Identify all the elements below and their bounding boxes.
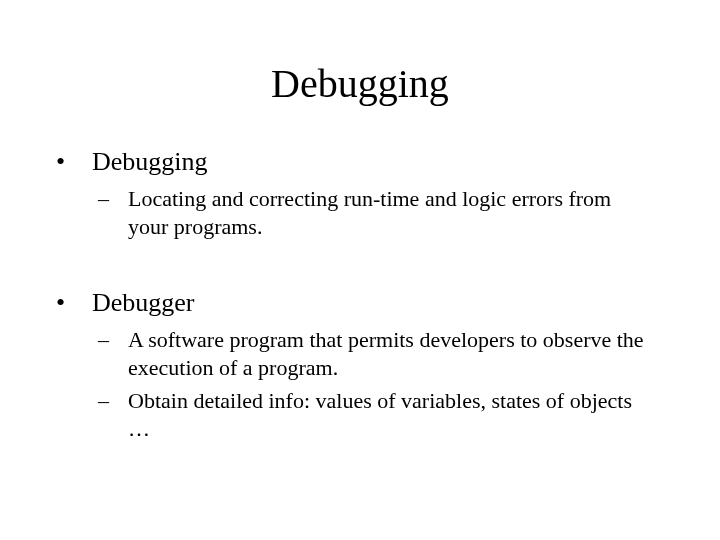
level2-text: Obtain detailed info: values of variable… — [128, 387, 670, 442]
level2-text: A software program that permits develope… — [128, 326, 670, 381]
disc-bullet-icon: • — [50, 288, 92, 318]
dash-bullet-icon: – — [98, 387, 128, 442]
bullet-level2: – A software program that permits develo… — [98, 326, 670, 381]
slide: Debugging • Debugging – Locating and cor… — [0, 0, 720, 540]
level1-text: Debugger — [92, 288, 670, 318]
bullet-level2: – Obtain detailed info: values of variab… — [98, 387, 670, 442]
level1-text: Debugging — [92, 147, 670, 177]
bullet-level2: – Locating and correcting run-time and l… — [98, 185, 670, 240]
bullet-level1: • Debugging — [50, 147, 670, 177]
bullet-level1: • Debugger — [50, 288, 670, 318]
dash-bullet-icon: – — [98, 185, 128, 240]
slide-title: Debugging — [50, 60, 670, 107]
disc-bullet-icon: • — [50, 147, 92, 177]
dash-bullet-icon: – — [98, 326, 128, 381]
level2-text: Locating and correcting run-time and log… — [128, 185, 670, 240]
spacer — [50, 246, 670, 288]
